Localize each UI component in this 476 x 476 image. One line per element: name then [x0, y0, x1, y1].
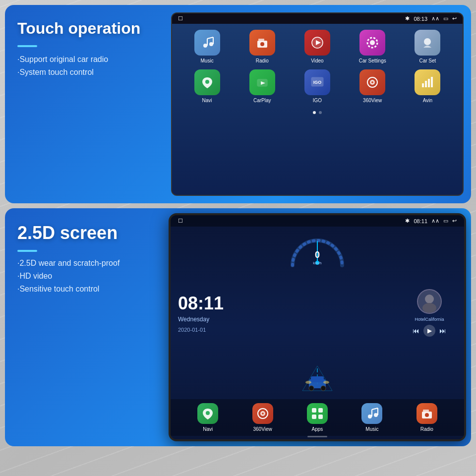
- dot-pagination: [182, 109, 453, 116]
- dash-left: 08:11 Wednesday 2020-01-01: [178, 231, 233, 395]
- svg-point-45: [262, 413, 264, 415]
- bottom-home-icon: ☐: [178, 218, 183, 224]
- blue-divider: [17, 45, 37, 47]
- bluetooth-icon: ✱: [405, 15, 410, 22]
- svg-point-13: [205, 80, 209, 84]
- nav-indicator: [307, 436, 327, 437]
- main-container: Touch operation ·Support original car ra…: [0, 0, 476, 476]
- bottom-app-bar: Navi360ViewAppsMusicRadio: [171, 399, 464, 436]
- svg-line-53: [372, 408, 378, 410]
- big-screen-inner: ☐ ✱ 08:11 ∧∧ ▭ ↩ 08:11 Wednesday: [171, 215, 464, 439]
- bottom-feature-list: ·2.5D wear and scratch-proof ·HD video ·…: [17, 259, 156, 294]
- svg-rect-46: [312, 408, 316, 413]
- svg-rect-24: [431, 77, 433, 87]
- status-right: ✱ 08:13 ∧∧ ▭ ↩: [405, 15, 457, 22]
- play-button[interactable]: ▶: [423, 325, 435, 337]
- svg-line-3: [207, 37, 213, 39]
- top-screen-content: MusicRadioVideoCar SettingsCar Set NaviC…: [172, 24, 463, 195]
- svg-point-41: [422, 303, 436, 313]
- app-icon-car-settings[interactable]: Car Settings: [348, 30, 398, 63]
- top-screen-mockup: ☐ ✱ 08:13 ∧∧ ▭ ↩ MusicRadioVideoCar Sett…: [171, 12, 464, 196]
- svg-point-36: [321, 386, 326, 391]
- bottom-blue-divider: [17, 250, 37, 252]
- app-icon-radio[interactable]: Radio: [416, 403, 437, 432]
- app-icon-avin[interactable]: Avin: [403, 69, 453, 103]
- svg-rect-21: [422, 83, 424, 87]
- svg-point-35: [309, 386, 314, 391]
- home-icon: ☐: [178, 15, 183, 22]
- song-title: HotelCalifornia: [415, 317, 444, 322]
- bottom-feature-3: ·Sensitive touch control: [17, 285, 156, 294]
- top-time: 08:13: [414, 16, 427, 22]
- bottom-time: 08:11: [414, 218, 427, 224]
- app-label: CarPlay: [253, 98, 271, 103]
- svg-rect-47: [318, 408, 323, 413]
- status-left: ☐: [178, 15, 183, 22]
- app-icon-igo[interactable]: IGOIGO: [292, 69, 342, 103]
- svg-rect-48: [312, 415, 316, 419]
- app-label: IGO: [313, 98, 322, 103]
- svg-point-10: [370, 40, 375, 45]
- bottom-status-bar: ☐ ✱ 08:11 ∧∧ ▭ ↩: [171, 215, 464, 227]
- app-icon-navi[interactable]: Navi: [182, 69, 232, 103]
- app-icon-360view[interactable]: 360View: [252, 403, 273, 432]
- svg-rect-22: [425, 81, 427, 87]
- dash-time: 08:11: [178, 293, 233, 314]
- svg-point-6: [260, 42, 264, 46]
- bottom-panel-title: 2.5D screen: [17, 223, 156, 243]
- svg-rect-34: [311, 376, 324, 382]
- svg-point-51: [374, 413, 378, 417]
- app-icon-music[interactable]: Music: [361, 403, 382, 432]
- app-label: Navi: [202, 98, 212, 103]
- bottom-expand-icon: ∧∧: [431, 218, 439, 224]
- svg-text:0: 0: [315, 250, 320, 260]
- app-icon-360view[interactable]: 360View: [348, 69, 398, 103]
- svg-point-12: [424, 38, 431, 45]
- bottom-left-content: 2.5D screen ·2.5D wear and scratch-proof…: [5, 208, 169, 446]
- app-label: Car Set: [419, 58, 436, 63]
- app-label: Avin: [423, 98, 432, 103]
- top-status-bar: ☐ ✱ 08:13 ∧∧ ▭ ↩: [172, 13, 463, 24]
- top-left-content: Touch operation ·Support original car ra…: [5, 5, 169, 203]
- top-panel: Touch operation ·Support original car ra…: [5, 5, 471, 203]
- app-icon-navi[interactable]: Navi: [197, 403, 218, 432]
- app-icon-video[interactable]: Video: [292, 30, 342, 63]
- music-controls: ⏮ ▶ ⏭: [413, 325, 446, 337]
- next-button[interactable]: ⏭: [439, 327, 446, 335]
- dash-center: 0 km/h: [238, 231, 397, 395]
- svg-rect-7: [258, 39, 264, 41]
- app-icon-music[interactable]: Music: [182, 30, 232, 63]
- svg-rect-57: [423, 410, 429, 412]
- app-label: Radio: [256, 58, 269, 63]
- car-visual: [293, 363, 342, 395]
- battery-icon: ▭: [443, 15, 448, 22]
- svg-point-1: [209, 42, 213, 46]
- dash-day: Wednesday: [178, 316, 233, 323]
- bottom-feature-2: ·HD video: [17, 272, 156, 281]
- app-label: Navi: [203, 426, 213, 432]
- app-label: 360View: [363, 98, 382, 103]
- prev-button[interactable]: ⏮: [413, 327, 419, 335]
- app-label: 360View: [253, 426, 272, 432]
- feature-item-2: ·System touch control: [17, 68, 156, 77]
- svg-point-40: [425, 295, 434, 303]
- bottom-back-icon: ↩: [452, 218, 457, 224]
- app-icon-car-set[interactable]: Car Set: [403, 30, 453, 63]
- feature-item-1: ·Support original car radio: [17, 55, 156, 64]
- svg-rect-49: [318, 415, 323, 419]
- svg-point-37: [323, 381, 329, 384]
- dashboard-area: 08:11 Wednesday 2020-01-01: [171, 227, 464, 399]
- svg-point-50: [368, 415, 372, 418]
- bottom-screen-area: ☐ ✱ 08:11 ∧∧ ▭ ↩ 08:11 Wednesday: [169, 208, 471, 446]
- top-screen-area: ☐ ✱ 08:13 ∧∧ ▭ ↩ MusicRadioVideoCar Sett…: [169, 5, 471, 203]
- app-label: Apps: [312, 426, 323, 432]
- dot-1: [313, 111, 316, 114]
- app-icon-carplay[interactable]: CarPlay: [237, 69, 287, 103]
- app-grid-row1: MusicRadioVideoCar SettingsCar Set: [182, 30, 453, 63]
- svg-text:km/h: km/h: [313, 261, 321, 265]
- expand-icon: ∧∧: [431, 15, 439, 22]
- app-icon-radio[interactable]: Radio: [237, 30, 287, 63]
- dash-right: HotelCalifornia ⏮ ▶ ⏭: [402, 231, 457, 395]
- app-icon-apps[interactable]: Apps: [307, 403, 328, 432]
- bottom-panel: 2.5D screen ·2.5D wear and scratch-proof…: [5, 208, 471, 446]
